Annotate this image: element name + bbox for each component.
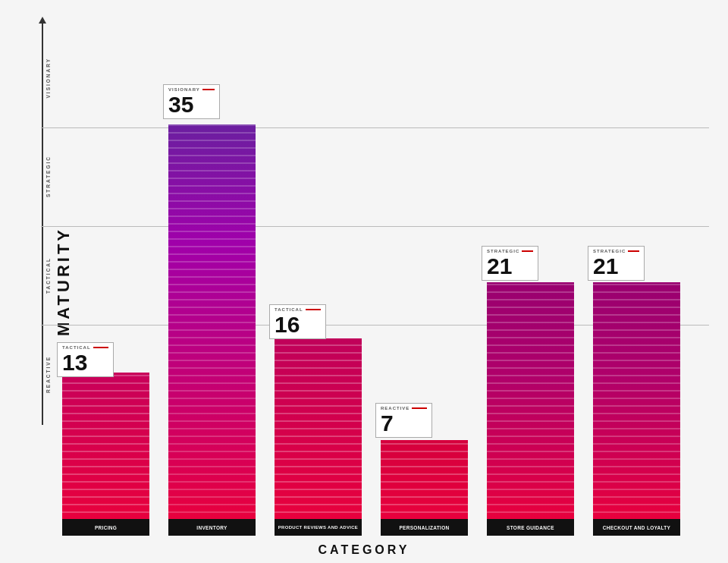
badge-score-pricing: 13 bbox=[62, 351, 108, 374]
score-badge-personalization: REACTIVE 7 bbox=[375, 403, 432, 438]
zone-reactive: REACTIVE bbox=[46, 325, 51, 423]
score-badge-pricing: TACTICAL 13 bbox=[57, 342, 114, 377]
score-badge-product-reviews: TACTICAL 16 bbox=[269, 304, 326, 339]
zone-tactical: TACTICAL bbox=[46, 226, 51, 325]
badge-score-personalization: 7 bbox=[381, 412, 427, 435]
category-label-inventory: INVENTORY bbox=[168, 519, 256, 536]
badge-score-product-reviews: 16 bbox=[275, 313, 321, 336]
badge-score-checkout-loyalty: 21 bbox=[593, 255, 639, 278]
bar-product-reviews bbox=[275, 338, 362, 519]
bar-personalization bbox=[381, 440, 468, 519]
score-badge-store-guidance: STRATEGIC 21 bbox=[482, 246, 538, 281]
category-label-store-guidance: STORE GUIDANCE bbox=[487, 519, 574, 536]
score-badge-inventory: VISIONARY 35 bbox=[163, 84, 220, 119]
bar-store-guidance bbox=[487, 282, 574, 519]
category-label-checkout-loyalty: CHECKOUT AND LOYALTY bbox=[593, 519, 680, 536]
bar-inventory bbox=[168, 124, 256, 519]
zone-strategic: STRATEGIC bbox=[46, 127, 51, 226]
category-label-pricing: PRICING bbox=[62, 519, 149, 536]
y-axis-line bbox=[42, 23, 43, 425]
badge-score-inventory: 35 bbox=[168, 93, 215, 116]
divider-visionary-strategic bbox=[41, 127, 709, 128]
bar-checkout-loyalty bbox=[593, 282, 680, 519]
category-label-personalization: PERSONALIZATION bbox=[381, 519, 468, 536]
badge-score-store-guidance: 21 bbox=[487, 255, 533, 278]
divider-strategic-tactical bbox=[41, 226, 709, 227]
x-axis-label: CATEGORY bbox=[0, 543, 728, 557]
score-badge-checkout-loyalty: STRATEGIC 21 bbox=[588, 246, 645, 281]
bar-pricing bbox=[62, 373, 149, 519]
maturity-label: MATURITY bbox=[54, 227, 74, 336]
category-label-product-reviews: PRODUCT REVIEWS AND ADVICE bbox=[275, 519, 362, 536]
zone-visionary: VISIONARY bbox=[46, 29, 51, 127]
